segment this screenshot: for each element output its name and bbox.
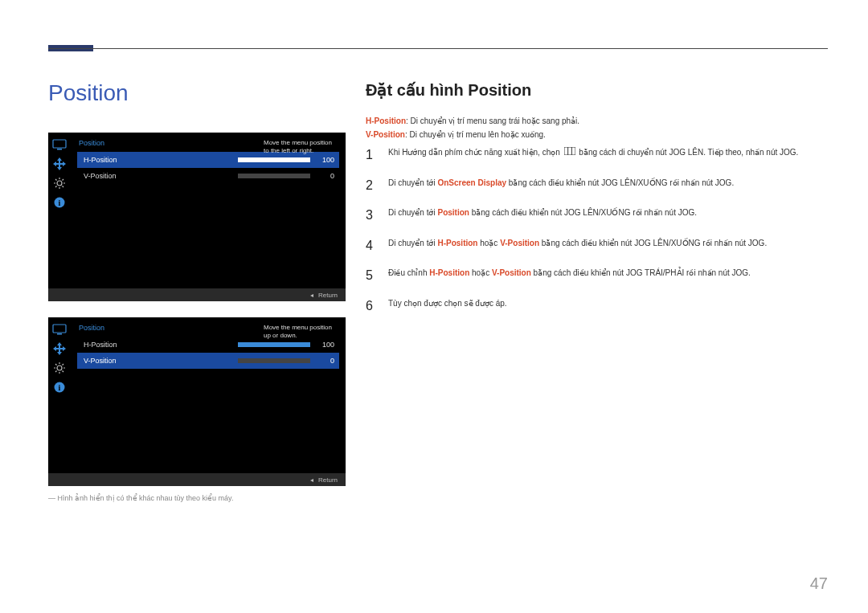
info-icon: i [52,197,67,208]
svg-line-26 [55,371,57,373]
svg-rect-0 [564,147,575,155]
svg-line-23 [55,364,57,366]
osd-sidebar: i [48,133,71,288]
svg-line-12 [63,179,64,181]
header-divider [48,48,828,49]
return-label: Return [318,292,338,299]
osd-slider-fill [238,157,310,162]
step-item: 3Di chuyển tới Position bằng cách điều k… [366,205,824,226]
svg-rect-3 [53,140,66,148]
step-number: 3 [366,205,388,226]
step-number: 6 [366,296,388,317]
osd-row-label: H-Position [84,156,238,164]
osd-row-value: 0 [317,172,334,180]
svg-line-10 [55,179,57,181]
osd-row-label: V-Position [84,357,238,365]
osd-footer: ◂ Return [48,473,346,486]
section-title: Đặt cấu hình Position [366,80,531,100]
osd-slider-track [238,342,310,347]
svg-line-24 [63,371,64,373]
step-text: Di chuyển tới Position bằng cách điều kh… [388,205,697,226]
osd-sidebar: i [48,317,71,473]
step-item: 4Di chuyển tới H-Position hoặc V-Positio… [366,235,824,256]
osd-body: Position H-Position100V-Position0 Move t… [71,317,346,473]
osd-row-value: 100 [317,156,334,164]
page-title: Position [48,80,129,106]
step-item: 6Tùy chọn được chọn sẽ được áp. [366,296,824,317]
info-icon: i [52,382,67,393]
image-caption: ― Hình ảnh hiển thị có thể khác nhau tùy… [48,494,233,502]
gear-icon [52,178,67,189]
steps-list: 1Khi Hướng dẫn phím chức năng xuất hiện,… [366,145,824,326]
step-number: 1 [366,145,388,166]
gear-icon [52,362,67,374]
definitions: H-Position: Di chuyển vị trí menu sang t… [366,114,579,141]
monitor-icon [52,324,67,335]
osd-slider-fill [238,342,310,347]
svg-rect-16 [53,325,66,333]
def-v-text: : Di chuyển vị trí menu lên hoặc xuống. [405,130,546,139]
osd-menu-row: V-Position0 [77,353,339,369]
back-arrow-icon: ◂ [310,292,313,299]
osd-row-label: H-Position [84,341,238,349]
step-number: 5 [366,265,388,286]
osd-screenshot-2: i Position H-Position100V-Position0 Move… [48,317,346,486]
monitor-icon [52,139,67,150]
step-item: 5Điều chỉnh H-Position hoặc V-Position b… [366,265,824,286]
osd-hint: Move the menu position to the left or ri… [264,139,338,156]
osd-row-label: V-Position [84,172,238,180]
def-v-label: V-Position [366,130,405,139]
page-number: 47 [810,574,828,593]
svg-rect-4 [57,149,62,150]
step-number: 4 [366,235,388,256]
svg-point-5 [57,181,62,186]
osd-slider-track [238,157,310,162]
osd-screenshot-1: i Position H-Position100V-Position0 Move… [48,133,346,301]
nav-cross-icon [52,158,67,170]
osd-footer: ◂ Return [48,288,346,301]
def-h-label: H-Position [366,116,406,125]
step-text: Di chuyển tới H-Position hoặc V-Position… [388,235,767,256]
svg-point-18 [57,366,62,370]
osd-row-value: 0 [317,357,334,365]
back-arrow-icon: ◂ [310,476,313,484]
menu-grid-icon [564,146,575,159]
osd-body: Position H-Position100V-Position0 Move t… [71,133,346,288]
step-text: Tùy chọn được chọn sẽ được áp. [388,296,507,317]
step-number: 2 [366,175,388,196]
nav-cross-icon [52,343,67,354]
step-text: Khi Hướng dẫn phím chức năng xuất hiện, … [388,145,798,166]
def-h-text: : Di chuyển vị trí menu sang trái hoặc s… [406,116,579,125]
step-text: Di chuyển tới OnScreen Display bằng cách… [388,175,734,196]
svg-text:i: i [59,198,61,207]
osd-menu-row: V-Position0 [77,168,339,184]
svg-line-25 [63,364,64,366]
svg-text:i: i [59,383,61,392]
svg-line-11 [63,186,64,188]
osd-slider-track [238,174,310,178]
osd-slider-track [238,358,310,363]
svg-rect-17 [57,333,62,335]
return-label: Return [318,476,338,484]
svg-line-13 [55,186,57,188]
step-text: Điều chỉnh H-Position hoặc V-Position bằ… [388,265,751,286]
step-item: 1Khi Hướng dẫn phím chức năng xuất hiện,… [366,145,824,166]
step-item: 2Di chuyển tới OnScreen Display bằng các… [366,175,824,196]
osd-row-value: 100 [317,341,334,349]
osd-hint: Move the menu position up or down. [264,324,338,341]
